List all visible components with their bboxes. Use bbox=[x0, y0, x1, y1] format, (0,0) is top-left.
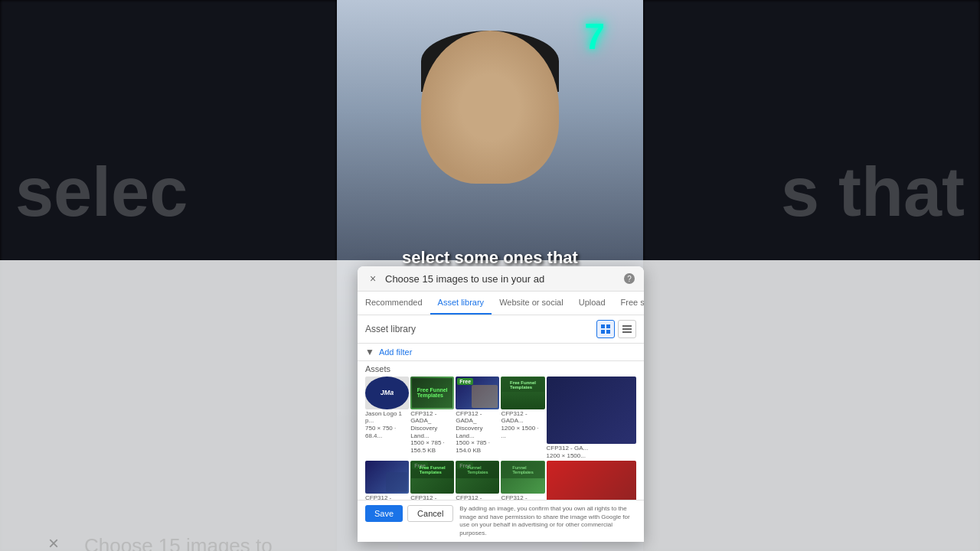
image-item-2[interactable]: Free FunnelTemplates CFP312 - GADA_ Disc… bbox=[410, 377, 454, 459]
video-subtitle: select some ones that bbox=[337, 248, 643, 268]
footer-buttons: Save Cancel bbox=[365, 505, 453, 522]
tab-upload[interactable]: Upload bbox=[571, 292, 613, 315]
svg-rect-11 bbox=[622, 325, 632, 327]
tab-asset-library[interactable]: Asset library bbox=[430, 292, 492, 315]
image-thumb-2: Free FunnelTemplates bbox=[410, 377, 454, 409]
dialog-toolbar: Asset library bbox=[358, 315, 644, 344]
tab-recommended[interactable]: Recommended bbox=[358, 292, 430, 315]
dialog-footer: Save Cancel By adding an image, you conf… bbox=[358, 500, 644, 542]
image-item-3[interactable]: Free CFP312 - GADA_ Discovery Land...150… bbox=[456, 377, 499, 459]
image-meta-5: CFP312 - GA...1200 × 1500... bbox=[547, 445, 636, 459]
svg-rect-12 bbox=[622, 328, 632, 330]
assets-section-label: Assets bbox=[358, 361, 644, 377]
bg-close-button[interactable]: × bbox=[38, 528, 69, 551]
save-button[interactable]: Save bbox=[365, 505, 403, 522]
dialog-tabs: Recommended Asset library Website or soc… bbox=[358, 292, 644, 315]
image-thumb-9: FunnelTemplates bbox=[501, 461, 544, 494]
add-filter-button[interactable]: Add filter bbox=[379, 347, 412, 357]
svg-rect-13 bbox=[622, 331, 632, 333]
filter-row: ▼ Add filter bbox=[358, 344, 644, 361]
image-meta-1: Jason Logo 1 p...750 × 750 · 68.4... bbox=[365, 410, 409, 439]
bg-dialog-title: Choose 15 images to bbox=[84, 534, 273, 551]
image-meta-3: CFP312 - GADA_ Discovery Land...1500 × 7… bbox=[456, 410, 499, 455]
image-chooser-dialog: × Choose 15 images to use in your ad ? R… bbox=[358, 266, 644, 542]
image-thumb-3: Free bbox=[456, 377, 499, 409]
image-thumb-6 bbox=[365, 461, 409, 494]
cards-view-button[interactable] bbox=[596, 320, 615, 338]
image-thumb-1: JMa bbox=[365, 377, 409, 409]
tab-free-stock[interactable]: Free stock images bbox=[613, 292, 644, 315]
free-badge-3: Free bbox=[457, 378, 473, 385]
svg-rect-9 bbox=[601, 330, 605, 334]
toolbar-label: Asset library bbox=[365, 324, 416, 334]
image-meta-4: CFP312 - GADA...1200 × 1500 · ... bbox=[501, 410, 544, 439]
footer-disclaimer: By adding an image, you confirm that you… bbox=[459, 505, 636, 537]
person-head bbox=[421, 31, 559, 184]
bg-subtitle-right: s that bbox=[781, 153, 965, 232]
dialog-header: × Choose 15 images to use in your ad ? bbox=[358, 266, 644, 292]
view-toggles bbox=[596, 320, 636, 338]
table-view-button[interactable] bbox=[618, 320, 636, 338]
svg-rect-7 bbox=[601, 324, 605, 328]
cancel-button[interactable]: Cancel bbox=[407, 505, 453, 522]
image-thumb-7: Free Free FunnelTemplates bbox=[410, 461, 454, 494]
image-thumb-4: Free FunnelTemplates bbox=[501, 377, 544, 409]
dialog-close-button[interactable]: × bbox=[367, 272, 379, 285]
filter-icon: ▼ bbox=[365, 347, 374, 357]
image-thumb-5 bbox=[547, 377, 636, 444]
neon-seven: 7 bbox=[584, 15, 605, 57]
dialog-title: Choose 15 images to use in your ad bbox=[385, 273, 618, 285]
tab-website-social[interactable]: Website or social bbox=[492, 292, 571, 315]
image-thumb-8: Free FunnelTemplates bbox=[456, 461, 499, 494]
image-meta-2: CFP312 - GADA_ Discovery Land...1500 × 7… bbox=[410, 410, 454, 455]
image-item-4[interactable]: Free FunnelTemplates CFP312 - GADA...120… bbox=[501, 377, 544, 459]
bg-subtitle-left: selec bbox=[15, 153, 188, 232]
image-item-1[interactable]: JMa Jason Logo 1 p...750 × 750 · 68.4... bbox=[365, 377, 409, 459]
image-item-5[interactable]: CFP312 - GA...1200 × 1500... bbox=[547, 377, 636, 459]
svg-rect-10 bbox=[606, 330, 610, 334]
dialog-help-icon[interactable]: ? bbox=[624, 273, 635, 284]
svg-rect-8 bbox=[606, 324, 610, 328]
